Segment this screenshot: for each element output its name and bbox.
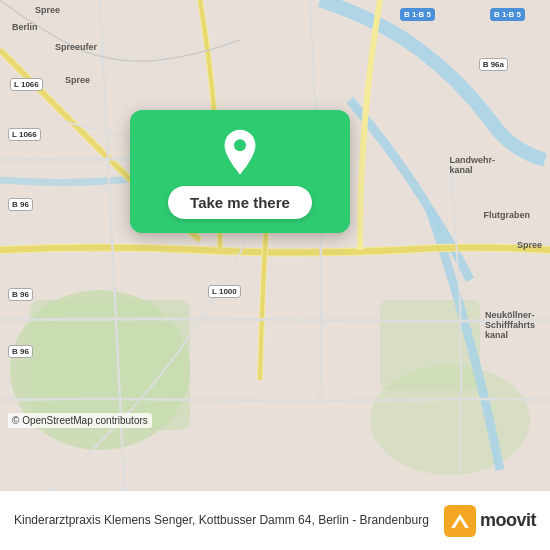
route-badge-l1066-2: L 1066	[8, 128, 41, 141]
location-label: Kinderarztpraxis Klemens Senger, Kottbus…	[14, 512, 444, 529]
location-pin-icon	[216, 128, 264, 176]
route-badge-b96a: B 96a	[479, 58, 508, 71]
osm-attribution: © OpenStreetMap contributors	[8, 413, 152, 428]
take-me-there-button[interactable]: Take me there	[168, 186, 312, 219]
moovit-logo: moovit	[444, 505, 536, 537]
route-badge-b1b5-2: B 1·B 5	[490, 8, 525, 21]
route-badge-b1b5-1: B 1·B 5	[400, 8, 435, 21]
road-label-spree-rt: Spree	[517, 240, 542, 250]
route-badge-b96-1: B 96	[8, 198, 33, 211]
road-label-spree2: Spreeufer	[55, 42, 97, 52]
route-badge-b96-2: B 96	[8, 288, 33, 301]
road-label-neukollner: Neuköllner-Schifffahrtskanal	[485, 310, 535, 340]
map-container: B 1·B 5 B 1·B 5 B 96a L 1066 L 1066 B 96…	[0, 0, 550, 490]
road-label-spree3: Spree	[65, 75, 90, 85]
route-badge-b96-3: B 96	[8, 345, 33, 358]
route-badge-l1000: L 1000	[208, 285, 241, 298]
svg-point-5	[234, 139, 246, 151]
route-badge-l1066-1: L 1066	[10, 78, 43, 91]
bottom-bar: Kinderarztpraxis Klemens Senger, Kottbus…	[0, 490, 550, 550]
overlay-card: Take me there	[130, 110, 350, 233]
svg-point-4	[370, 365, 530, 475]
road-label-berlin: Berlin	[12, 22, 38, 32]
moovit-icon	[444, 505, 476, 537]
road-label-spreestr: Spree	[35, 5, 60, 15]
road-label-flutgraben: Flutgraben	[484, 210, 531, 220]
moovit-brand-name: moovit	[480, 510, 536, 531]
road-label-landwehr: Landwehr-kanal	[449, 155, 495, 175]
